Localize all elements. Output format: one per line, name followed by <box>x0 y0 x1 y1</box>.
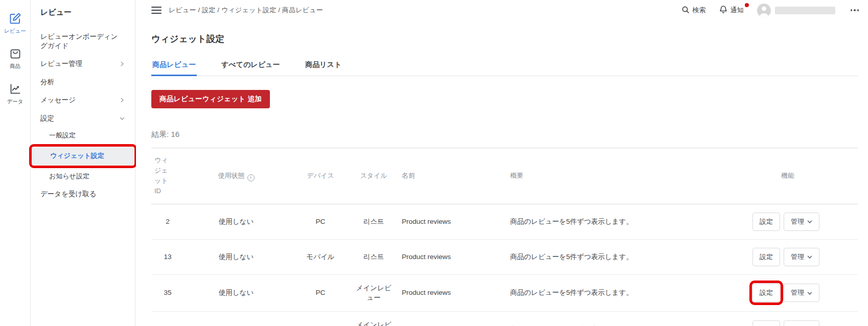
rail-label: レビュー <box>4 28 26 35</box>
table-body: 2使用しないPC리스트Product reviews商品のレビューを5件ずつ表示… <box>151 204 858 326</box>
column-header-2: デバイス <box>288 148 353 204</box>
sidebar-item-label: 一般設定 <box>49 131 76 140</box>
sidebar-item-5[interactable]: 一般設定 <box>31 127 135 144</box>
cell-device: モバイル <box>288 311 353 326</box>
cell-style: メインレビュー <box>353 274 395 311</box>
cell-actions: 設定管理 <box>738 204 858 239</box>
manage-label: 管理 <box>791 217 804 226</box>
cell-name: Product reviews <box>395 239 503 274</box>
row-manage-button[interactable]: 管理 <box>784 284 819 302</box>
cell-id: 13 <box>151 239 184 274</box>
hamburger-icon[interactable] <box>151 5 162 16</box>
search-button[interactable]: 検索 <box>681 6 706 15</box>
tab-0[interactable]: 商品レビュー <box>151 60 197 76</box>
info-circle-icon[interactable]: i <box>247 174 255 181</box>
cell-device: PC <box>288 274 353 311</box>
row-manage-button[interactable]: 管理 <box>784 248 819 266</box>
sidebar-item-0[interactable]: レビューオンボーディングガイド <box>31 28 135 55</box>
rail-label: データ <box>7 98 24 105</box>
tab-1[interactable]: すべてのレビュー <box>220 60 281 76</box>
tab-2[interactable]: 商品リスト <box>304 60 342 76</box>
cell-summary: 商品のレビューを5件ずつ表示します。 <box>503 311 738 326</box>
cell-id: 36 <box>151 311 184 326</box>
sidebar-item-4[interactable]: 設定 <box>31 109 135 128</box>
sidebar-item-3[interactable]: メッセージ <box>31 91 135 109</box>
sidebar-item-label: お知らせ設定 <box>49 172 89 181</box>
icon-rail: レビュー 商品 データ <box>0 0 31 326</box>
column-header-3: スタイル <box>353 148 395 204</box>
user-menu[interactable] <box>757 4 835 17</box>
sidebar-menu: レビューオンボーディングガイドレビュー管理分析メッセージ設定一般設定ウィジェット… <box>31 28 135 203</box>
manage-label: 管理 <box>791 252 804 262</box>
sidebar-item-1[interactable]: レビュー管理 <box>31 55 135 73</box>
chevron-down-icon <box>807 254 812 260</box>
row-settings-button[interactable]: 設定 <box>752 213 780 231</box>
cell-actions: 設定管理 <box>738 311 858 326</box>
cell-name: Product reviews <box>395 274 503 311</box>
sidebar-item-6[interactable]: ウィジェット設定 <box>32 147 134 165</box>
magnifier-icon <box>681 6 690 15</box>
chevron-down-icon <box>120 116 125 121</box>
page-content: ウィジェット設定 商品レビューすべてのレビュー商品リスト 商品レビューウィジェッ… <box>136 33 868 326</box>
cell-actions: 設定管理 <box>738 239 858 274</box>
sidebar-item-label: 設定 <box>40 114 54 123</box>
sidebar-item-label: レビュー管理 <box>40 59 82 68</box>
row-settings-button[interactable]: 設定 <box>752 248 780 266</box>
row-manage-button[interactable]: 管理 <box>784 213 819 231</box>
add-widget-button[interactable]: 商品レビューウィジェット 追加 <box>151 90 270 108</box>
column-header-6: 機能 <box>738 148 858 204</box>
avatar-person-icon <box>757 4 771 17</box>
user-name-redacted <box>775 7 835 14</box>
cell-style: 리스트 <box>353 239 395 274</box>
cell-status: 使用しない <box>184 311 288 326</box>
page-title: ウィジェット設定 <box>151 33 858 45</box>
cell-device: モバイル <box>288 239 353 274</box>
chevron-right-icon <box>120 98 125 103</box>
line-chart-icon <box>9 82 22 96</box>
notifications-label: 通知 <box>730 6 744 15</box>
manage-label: 管理 <box>791 288 804 297</box>
cell-name: Product reviews <box>395 204 503 239</box>
row-manage-button[interactable]: 管理 <box>784 320 819 326</box>
overflow-menu-icon[interactable] <box>849 7 861 13</box>
notification-dot <box>745 3 749 7</box>
sidebar-item-7[interactable]: お知らせ設定 <box>31 168 135 185</box>
cell-status: 使用しない <box>184 239 288 274</box>
row-settings-button[interactable]: 設定 <box>752 320 780 326</box>
column-header-4: 名前 <box>395 148 503 204</box>
cell-id: 2 <box>151 204 184 239</box>
rail-item-reviews[interactable]: レビュー <box>0 7 30 42</box>
cell-id: 35 <box>151 274 184 311</box>
notifications-button[interactable]: 通知 <box>719 5 744 15</box>
cell-status: 使用しない <box>184 274 288 311</box>
shopping-bag-icon <box>9 47 22 60</box>
sidebar-item-label: ウィジェット設定 <box>50 152 104 160</box>
column-header-5: 概要 <box>503 148 738 204</box>
chevron-down-icon <box>807 219 812 224</box>
sidebar-item-8[interactable]: データを受け取る <box>31 185 135 203</box>
chevron-down-icon <box>807 291 812 296</box>
topbar: レビュー / 設定 / ウィジェット設定 / 商品レビュー 検索 通 <box>136 0 868 20</box>
cell-summary: 商品のレビューを5件ずつ表示します。 <box>503 274 738 311</box>
sidebar-item-label: データを受け取る <box>40 190 97 199</box>
table-row-36: 36使用しないモバイルメインレビューProduct reviews商品のレビュー… <box>151 311 858 326</box>
sidebar-title: レビュー <box>31 0 135 24</box>
cell-summary: 商品のレビューを5件ずつ表示します。 <box>503 204 738 239</box>
sidebar-item-2[interactable]: 分析 <box>31 73 135 91</box>
rail-item-products[interactable]: 商品 <box>0 42 30 77</box>
main-area: レビュー / 設定 / ウィジェット設定 / 商品レビュー 検索 通 <box>136 0 868 326</box>
edit-pencil-icon <box>9 12 22 25</box>
rail-label: 商品 <box>10 63 20 70</box>
sidebar-item-label: メッセージ <box>40 96 76 105</box>
sidebar-item-label: 分析 <box>40 78 54 87</box>
cell-status: 使用しない <box>184 204 288 239</box>
breadcrumb[interactable]: レビュー / 設定 / ウィジェット設定 / 商品レビュー <box>169 6 323 15</box>
row-settings-button[interactable]: 設定 <box>752 284 780 302</box>
column-header-0: ウィジェット ID <box>151 148 184 204</box>
table-row-13: 13使用しないモバイル리스트Product reviews商品のレビューを5件ず… <box>151 239 858 274</box>
cell-actions: 設定管理 <box>738 274 858 311</box>
tab-bar: 商品レビューすべてのレビュー商品リスト <box>151 60 858 76</box>
column-header-1: 使用状態i <box>184 148 288 204</box>
rail-item-data[interactable]: データ <box>0 77 30 112</box>
widget-table: ウィジェット ID使用状態iデバイススタイル名前概要機能 2使用しないPC리스트… <box>151 148 858 326</box>
